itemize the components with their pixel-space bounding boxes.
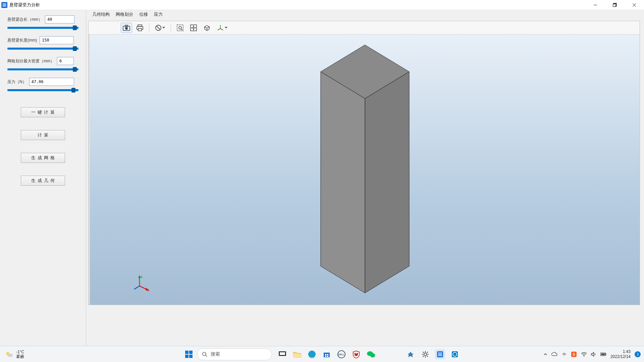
svg-rect-49	[325, 354, 326, 355]
close-button[interactable]	[625, 0, 644, 10]
svg-line-67	[423, 356, 424, 357]
svg-marker-58	[408, 352, 414, 357]
viewport-3d[interactable]: z x	[89, 35, 640, 305]
svg-text:x: x	[148, 289, 149, 291]
svg-marker-26	[365, 72, 409, 293]
pressure-input[interactable]	[29, 78, 74, 86]
svg-line-42	[206, 355, 207, 357]
right-pane: 几何结构 网格划分 位移 应力	[86, 10, 644, 346]
system-tray: 中 S 1:43 2022/12/14 3	[543, 349, 641, 359]
print-icon[interactable]	[134, 23, 146, 33]
param-pressure: 压力（N）	[7, 78, 78, 86]
svg-line-23	[220, 28, 223, 30]
screenshot-icon[interactable]	[121, 23, 132, 33]
svg-line-34	[134, 286, 140, 289]
svg-rect-1	[3, 5, 6, 5]
taskbar-search[interactable]: 搜索	[197, 348, 272, 360]
tray-chevron-up-icon[interactable]	[543, 352, 547, 356]
chevron-down-icon	[162, 27, 165, 28]
sogou-icon[interactable]: S	[571, 351, 577, 357]
param-edge-length: 悬臂梁边长（mm）	[7, 15, 78, 23]
zoom-area-icon[interactable]	[174, 23, 186, 33]
mcafee-icon[interactable]	[351, 349, 361, 359]
weather-temp: -1°C	[16, 350, 24, 354]
param-beam-length: 悬臂梁长度(mm)	[7, 36, 78, 44]
viewport-toolbar	[89, 21, 640, 35]
clock-time: 1:43	[610, 349, 631, 354]
dell-icon[interactable]: DELL	[336, 349, 346, 359]
svg-marker-27	[321, 72, 365, 293]
onedrive-icon[interactable]	[551, 352, 557, 357]
app3-icon[interactable]	[450, 349, 460, 359]
battery-icon[interactable]	[600, 352, 606, 357]
svg-point-59	[424, 353, 427, 356]
axes-icon[interactable]	[215, 23, 229, 33]
svg-point-12	[125, 27, 128, 29]
task-view-icon[interactable]	[277, 349, 287, 359]
beam-length-input[interactable]	[40, 36, 74, 44]
wifi-icon[interactable]	[581, 352, 587, 357]
taskbar-clock[interactable]: 1:43 2022/12/14	[610, 349, 631, 359]
weather-desc: 雾霾	[16, 354, 24, 359]
beam-length-slider[interactable]	[7, 48, 78, 50]
sidebar: 悬臂梁边长（mm） 悬臂梁长度(mm) 网格划分最大密度（mm） 压力（N） 一…	[0, 10, 86, 346]
tab-mesh[interactable]: 网格划分	[116, 11, 133, 17]
taskbar-center: 搜索 DELL	[184, 348, 460, 360]
wechat-icon[interactable]	[366, 349, 376, 359]
search-icon	[202, 352, 207, 357]
svg-rect-48	[324, 353, 330, 357]
edge-length-slider[interactable]	[7, 27, 78, 29]
maximize-button[interactable]	[605, 0, 625, 10]
svg-rect-45	[280, 352, 285, 355]
mesh-density-input[interactable]	[57, 57, 74, 65]
notification-badge[interactable]: 3	[635, 351, 641, 357]
svg-line-17	[157, 26, 160, 29]
calc-button[interactable]: 计算	[21, 130, 65, 140]
view-tabs: 几何结构 网格划分 位移 应力	[86, 10, 644, 19]
param-mesh-density: 网格划分最大密度（mm）	[7, 57, 78, 65]
settings-app-icon[interactable]	[420, 349, 430, 359]
svg-line-24	[218, 28, 220, 30]
orientation-triad: z x	[133, 275, 150, 291]
tab-stress[interactable]: 应力	[154, 11, 163, 17]
start-button[interactable]	[184, 350, 194, 359]
svg-rect-78	[605, 354, 606, 355]
svg-point-57	[370, 353, 375, 357]
current-app-icon[interactable]	[435, 349, 445, 359]
svg-line-66	[427, 352, 428, 353]
window-title: 悬臂梁受力分析	[9, 2, 40, 8]
edge-length-input[interactable]	[45, 15, 74, 23]
mesh-density-slider[interactable]	[7, 68, 78, 70]
app1-icon[interactable]	[406, 349, 416, 359]
pressure-slider[interactable]	[7, 89, 78, 91]
explorer-icon[interactable]	[292, 349, 302, 359]
param-label: 网格划分最大密度（mm）	[7, 58, 54, 64]
taskbar: -1°C 雾霾 搜索 DELL 中	[0, 346, 644, 362]
ime-icon[interactable]: 中	[561, 352, 567, 357]
svg-line-65	[427, 356, 428, 357]
weather-widget[interactable]: -1°C 雾霾	[5, 350, 24, 359]
fit-view-icon[interactable]	[188, 23, 199, 33]
one-click-calc-button[interactable]: 一键计算	[21, 107, 65, 117]
svg-rect-37	[185, 351, 189, 354]
store-icon[interactable]	[322, 349, 332, 359]
viewport-panel: z x	[88, 21, 640, 305]
param-label: 悬臂梁边长（mm）	[7, 17, 42, 22]
gen-mesh-button[interactable]: 生成网格	[21, 153, 65, 163]
volume-icon[interactable]	[591, 352, 596, 357]
minimize-button[interactable]	[586, 0, 605, 10]
svg-rect-79	[601, 354, 605, 355]
svg-rect-0	[3, 3, 6, 4]
svg-rect-11	[125, 25, 128, 26]
svg-text:DELL: DELL	[338, 353, 345, 356]
clock-date: 2022/12/14	[610, 354, 631, 359]
gen-geometry-button[interactable]: 生成几何	[21, 176, 65, 186]
svg-rect-46	[293, 354, 301, 357]
svg-rect-70	[438, 354, 442, 355]
tab-geometry[interactable]: 几何结构	[92, 11, 110, 17]
edge-icon[interactable]	[307, 349, 317, 359]
no-entry-icon[interactable]	[153, 23, 167, 33]
svg-rect-50	[327, 354, 328, 355]
wireframe-icon[interactable]	[201, 23, 213, 33]
tab-displacement[interactable]: 位移	[139, 11, 148, 17]
